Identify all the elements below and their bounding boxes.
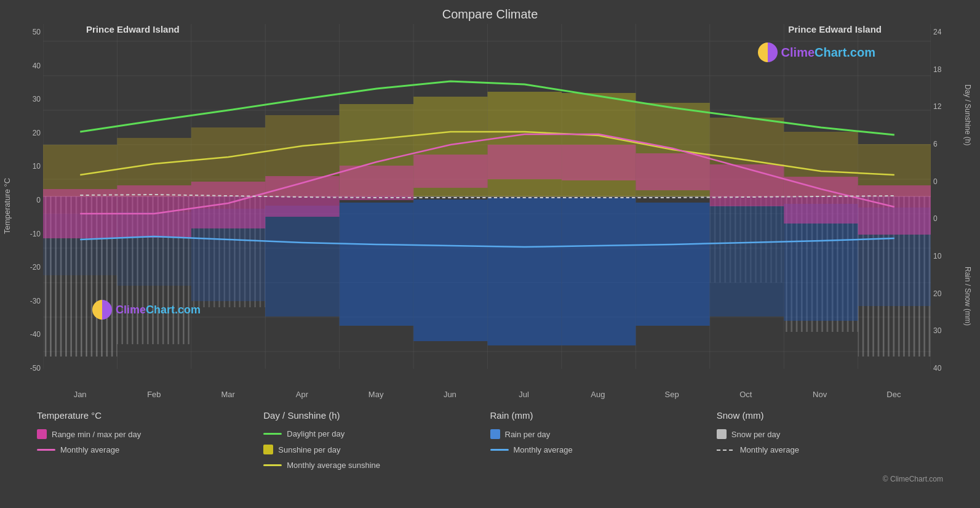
- legend-rain-bar-icon: [490, 429, 500, 439]
- svg-rect-58: [191, 182, 265, 228]
- left-axis-ticks: 50 40 30 20 10 0 -10 -20 -30 -40 -50: [14, 24, 43, 387]
- logo-top-right: ClimeChart.com: [758, 42, 875, 62]
- month-jun: Jun: [413, 390, 487, 399]
- legend-rain-avg-label: Monthly average: [514, 445, 573, 454]
- month-jul: Jul: [487, 390, 561, 399]
- svg-rect-34: [488, 198, 562, 345]
- logo-chart-right: Chart: [815, 46, 847, 59]
- svg-rect-61: [413, 155, 487, 188]
- location-right-label: Prince Edward Island: [788, 24, 882, 34]
- month-dec: Dec: [857, 390, 931, 399]
- legend-sunshine-bar: Sunshine per day: [263, 445, 490, 454]
- month-feb: Feb: [117, 390, 191, 399]
- page-container: Compare Climate Temperature °C 50 40 30 …: [0, 0, 980, 508]
- y-axis-right-top-label: Day / Sunshine (h): [955, 55, 980, 175]
- month-axis: Jan Feb Mar Apr May Jun Jul Aug Sep Oct …: [43, 387, 931, 399]
- legend-snow-avg-label: Monthly average: [740, 445, 799, 454]
- legend-sunshine-bar-label: Sunshine per day: [278, 445, 340, 454]
- month-mar: Mar: [191, 390, 265, 399]
- legend-daylight-label: Daylight per day: [287, 429, 345, 438]
- legend-sunshine-avg-icon: [263, 464, 282, 466]
- svg-rect-62: [488, 145, 562, 179]
- svg-rect-35: [562, 198, 635, 345]
- logo-icon-left: [92, 300, 112, 320]
- logo-com-left: .com: [175, 304, 201, 316]
- right-tick-30: 30: [933, 326, 955, 335]
- svg-rect-50: [488, 92, 562, 196]
- legend-sunshine-col: Day / Sunshine (h) Daylight per day Suns…: [263, 410, 490, 470]
- location-left-label: Prince Edward Island: [86, 24, 180, 34]
- legend-snow-bar-label: Snow per day: [731, 430, 781, 439]
- legend-rain-bar-label: Rain per day: [505, 430, 551, 439]
- legend-daylight-icon: [263, 433, 282, 435]
- tick-50: 50: [33, 28, 41, 36]
- legend-rain-avg: Monthly average: [490, 445, 717, 454]
- tick-n50: -50: [30, 364, 41, 373]
- tick-40: 40: [33, 62, 41, 70]
- right-tick-6: 6: [933, 140, 955, 148]
- legend-area: Temperature °C Range min / max per day M…: [0, 399, 980, 475]
- svg-rect-57: [117, 185, 191, 238]
- chart-svg-container: Prince Edward Island Prince Edward Islan…: [43, 24, 931, 369]
- logo-chart-left: Chart: [146, 304, 175, 316]
- right-tick-18: 18: [933, 65, 955, 74]
- logo-text-left: ClimeChart.com: [116, 304, 201, 316]
- right-tick-10: 10: [933, 252, 955, 260]
- svg-rect-42: [710, 206, 784, 316]
- svg-rect-33: [413, 200, 487, 341]
- right-tick-0bot: 0: [933, 214, 955, 223]
- y-axis-right-bottom-label: Rain / Snow (mm): [955, 236, 980, 357]
- month-aug: Aug: [561, 390, 635, 399]
- left-axis: Temperature °C 50 40 30 20 10 0 -10 -20 …: [0, 24, 43, 387]
- month-may: May: [339, 390, 413, 399]
- legend-temp-range-icon: [37, 429, 47, 439]
- chart-title: Compare Climate: [0, 0, 980, 24]
- legend-sunshine-avg-label: Monthly average sunshine: [287, 461, 380, 470]
- right-axis: 24 18 12 6 0 0 10 20 30 40 Day / Sunshin…: [931, 24, 980, 387]
- right-tick-20: 20: [933, 289, 955, 298]
- right-tick-12: 12: [933, 102, 955, 111]
- right-tick-24: 24: [933, 28, 955, 36]
- tick-n20: -20: [30, 263, 41, 272]
- svg-rect-66: [784, 177, 858, 224]
- tick-n40: -40: [30, 330, 41, 339]
- svg-rect-67: [858, 185, 931, 235]
- legend-temp-col: Temperature °C Range min / max per day M…: [37, 410, 263, 470]
- legend-temp-header: Temperature °C: [37, 410, 263, 421]
- legend-sunshine-avg: Monthly average sunshine: [263, 461, 490, 470]
- tick-0: 0: [36, 196, 41, 204]
- legend-rain-col: Rain (mm) Rain per day Monthly average: [490, 410, 717, 470]
- legend-snow-col: Snow (mm) Snow per day Monthly average: [717, 410, 943, 470]
- legend-rain-avg-icon: [490, 449, 509, 451]
- month-oct: Oct: [709, 390, 783, 399]
- legend-snow-bar-icon: [717, 429, 727, 439]
- logo-icon-right: [758, 42, 778, 62]
- logo-clime-right: Clime: [781, 46, 815, 59]
- legend-snow-avg: Monthly average: [717, 445, 943, 454]
- svg-rect-37: [265, 206, 339, 316]
- logo-com-right: .com: [847, 46, 875, 59]
- right-axis-ticks: 24 18 12 6 0 0 10 20 30 40: [931, 24, 955, 387]
- svg-rect-60: [340, 166, 413, 200]
- tick-n30: -30: [30, 297, 41, 305]
- svg-rect-36: [635, 203, 709, 326]
- legend-rain-bar: Rain per day: [490, 429, 717, 439]
- legend-temp-range-label: Range min / max per day: [52, 430, 141, 439]
- month-nov: Nov: [783, 390, 857, 399]
- month-apr: Apr: [265, 390, 339, 399]
- legend-rain-header: Rain (mm): [490, 410, 717, 421]
- logo-text-right: ClimeChart.com: [781, 46, 875, 60]
- tick-n10: -10: [30, 230, 41, 238]
- logo-bottom-left: ClimeChart.com: [92, 300, 201, 320]
- legend-temp-avg-label: Monthly average: [60, 445, 119, 454]
- svg-rect-63: [562, 145, 635, 180]
- svg-rect-65: [710, 164, 784, 206]
- right-axis-label-col: Day / Sunshine (h) Rain / Snow (mm): [955, 24, 980, 387]
- legend-sunshine-header: Day / Sunshine (h): [263, 410, 490, 421]
- right-tick-40: 40: [933, 364, 955, 373]
- legend-temp-range: Range min / max per day: [37, 429, 263, 439]
- right-tick-0mid: 0: [933, 177, 955, 186]
- legend-snow-bar: Snow per day: [717, 429, 943, 439]
- legend-sunshine-bar-icon: [263, 445, 273, 454]
- tick-10: 10: [33, 162, 41, 171]
